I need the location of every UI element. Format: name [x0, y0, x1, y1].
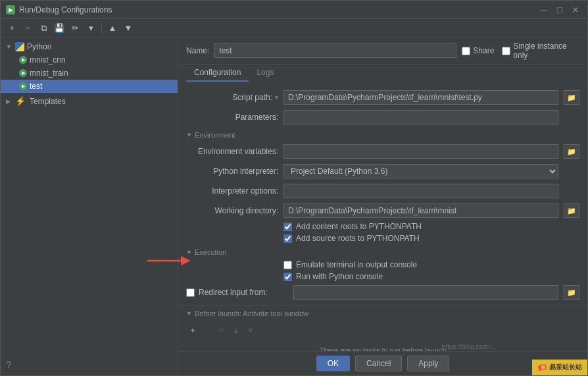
- help-icon[interactable]: ?: [6, 360, 11, 370]
- window-title: Run/Debug Configurations: [19, 5, 533, 14]
- parameters-row: Parameters: 📁: [178, 107, 587, 127]
- script-path-label: Script path:: [232, 93, 272, 102]
- right-panel: Name: Share Single instance only Confi: [178, 38, 587, 375]
- cancel-button[interactable]: Cancel: [355, 356, 402, 371]
- bl-edit-button: ✏: [215, 324, 228, 337]
- toolbar-separator: [101, 22, 102, 34]
- emulate-terminal-checkbox[interactable]: [283, 261, 292, 269]
- env-section-label: Environment: [195, 131, 235, 139]
- move-up-button[interactable]: ▲: [105, 21, 120, 36]
- sidebar-item-mnist-cnn[interactable]: ▶ mnist_cnn: [1, 53, 178, 67]
- emulate-terminal-label: Emulate terminal in output console: [296, 260, 417, 269]
- ok-button[interactable]: OK: [316, 356, 350, 371]
- sidebar-item-label: test: [30, 82, 42, 91]
- python-group-label: Python: [27, 42, 51, 51]
- apply-button[interactable]: Apply: [407, 356, 449, 371]
- env-section-arrow: ▼: [186, 132, 192, 138]
- before-launch-header: ▼ Before launch: Activate tool window: [178, 306, 587, 320]
- python-icon: [15, 42, 24, 51]
- redirect-label-area: Redirect input from:: [186, 288, 288, 297]
- exec-section-label: Execution: [195, 248, 226, 256]
- environment-section-header: ▼ Environment: [178, 127, 587, 142]
- sidebar: ▼ Python ▶ mnist_cnn ▶ mnist_train ▶ tes…: [1, 38, 178, 375]
- working-directory-input[interactable]: [283, 203, 558, 218]
- single-instance-checkbox[interactable]: [502, 47, 510, 55]
- parameters-label: Parameters:: [186, 113, 278, 122]
- before-launch-empty-text: There are no tasks to run before launch: [186, 338, 579, 351]
- copy-button[interactable]: ⧉: [36, 21, 51, 36]
- sidebar-item-label: mnist_train: [30, 68, 68, 78]
- bl-up-button: ▲: [230, 324, 243, 337]
- emulate-terminal-row: Emulate terminal in output console: [178, 259, 587, 271]
- move-down-button[interactable]: ▼: [121, 21, 135, 36]
- tab-logs[interactable]: Logs: [249, 65, 282, 82]
- share-checkbox-label[interactable]: Share: [462, 46, 494, 55]
- name-bar: Name: Share Single instance only: [178, 38, 587, 65]
- name-input[interactable]: [214, 43, 456, 58]
- bl-remove-button: −: [201, 324, 214, 337]
- script-path-input[interactable]: [283, 90, 558, 105]
- config-panel: Script path: ▾ 📁 Parameters: 📁 ▼ Environ…: [178, 82, 587, 351]
- env-variables-row: Environment variables: 📁: [178, 142, 587, 161]
- redirect-input-input[interactable]: [293, 285, 558, 300]
- redirect-input-browse[interactable]: 📁: [564, 285, 579, 300]
- toolbar: + − ⧉ 💾 ✏ ▾ ▲ ▼: [1, 19, 587, 38]
- sidebar-item-mnist-train[interactable]: ▶ mnist_train: [1, 67, 178, 80]
- sidebar-item-label: mnist_cnn: [30, 55, 66, 65]
- python-group-header[interactable]: ▼ Python: [1, 40, 178, 53]
- redirect-input-checkbox[interactable]: [186, 288, 195, 297]
- python-section: ▼ Python ▶ mnist_cnn ▶ mnist_train ▶ tes…: [1, 40, 178, 93]
- env-variables-label: Environment variables:: [186, 147, 278, 156]
- script-path-browse[interactable]: 📁: [564, 90, 579, 105]
- templates-label: Templates: [30, 97, 66, 106]
- share-check-area: Share Single instance only: [462, 41, 579, 60]
- share-checkbox[interactable]: [462, 47, 470, 55]
- templates-item[interactable]: ▶ ⚡ Templates: [1, 94, 178, 108]
- minimize-button[interactable]: ─: [537, 3, 551, 16]
- name-label: Name:: [186, 46, 209, 55]
- add-button[interactable]: +: [5, 21, 19, 36]
- edit-button[interactable]: ✏: [68, 21, 82, 36]
- bl-down-button: ▼: [244, 324, 257, 337]
- add-source-roots-checkbox[interactable]: [283, 234, 292, 243]
- run-icon-mnist-train: ▶: [19, 69, 27, 77]
- python-interpreter-select[interactable]: Project Default (Python 3.6): [283, 164, 558, 178]
- dropdown-button[interactable]: ▾: [84, 21, 98, 36]
- parameters-input[interactable]: [283, 110, 558, 124]
- working-directory-browse[interactable]: 📁: [564, 203, 579, 218]
- interpreter-options-label: Interpreter options:: [186, 186, 278, 196]
- tab-configuration[interactable]: Configuration: [186, 65, 249, 82]
- interpreter-options-input[interactable]: [283, 184, 558, 198]
- run-python-console-label: Run with Python console: [296, 272, 383, 281]
- run-debug-window: ▶ Run/Debug Configurations ─ □ ✕ + − ⧉ 💾…: [0, 0, 588, 376]
- window-icon: ▶: [6, 5, 15, 14]
- run-python-console-row: Run with Python console: [178, 271, 587, 282]
- env-variables-browse[interactable]: 📁: [564, 144, 579, 159]
- remove-button[interactable]: −: [20, 21, 35, 36]
- maximize-button[interactable]: □: [553, 3, 566, 16]
- single-instance-checkbox-label[interactable]: Single instance only: [502, 41, 579, 60]
- before-launch-label: Before launch: Activate tool window: [195, 309, 308, 317]
- add-source-roots-row: Add source roots to PYTHONPATH: [178, 232, 587, 244]
- interpreter-options-row: Interpreter options: ...: [178, 181, 587, 201]
- before-launch-content: + − ✏ ▲ ▼ There are no tasks to run befo…: [178, 320, 587, 351]
- close-button[interactable]: ✕: [569, 3, 582, 16]
- run-python-console-checkbox[interactable]: [283, 273, 292, 281]
- bl-add-button[interactable]: +: [186, 324, 199, 337]
- env-variables-input[interactable]: [283, 144, 558, 159]
- add-content-roots-checkbox[interactable]: [283, 223, 292, 231]
- footer-buttons: OK Cancel Apply: [178, 351, 587, 375]
- run-icon-test: ▶: [19, 82, 27, 90]
- share-label-text: Share: [473, 46, 494, 55]
- before-launch-section: ▼ Before launch: Activate tool window + …: [178, 305, 587, 351]
- redirect-input-row: Redirect input from: 📁: [178, 282, 587, 302]
- before-launch-toolbar: + − ✏ ▲ ▼: [186, 323, 579, 338]
- corner-badge: 🏷 易采站长站: [532, 360, 587, 375]
- before-launch-arrow: ▼: [186, 310, 192, 317]
- templates-icon: ⚡: [15, 96, 26, 106]
- tree-expand-arrow: ▼: [6, 43, 12, 50]
- script-path-dropdown[interactable]: ▾: [275, 94, 278, 101]
- sidebar-item-test[interactable]: ▶ test: [1, 80, 178, 93]
- title-bar: ▶ Run/Debug Configurations ─ □ ✕: [1, 1, 587, 19]
- save-button[interactable]: 💾: [52, 21, 66, 36]
